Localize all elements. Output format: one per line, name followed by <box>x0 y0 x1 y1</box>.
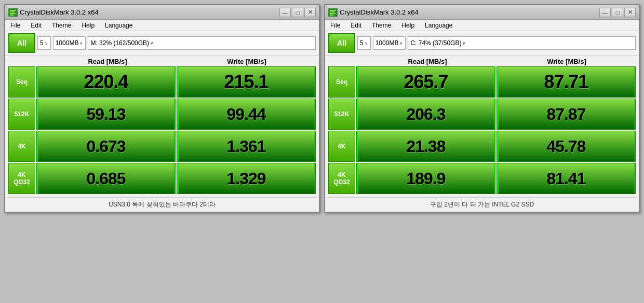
svg-rect-1 <box>10 10 16 11</box>
maximize-button-2[interactable]: □ <box>612 8 623 17</box>
all-button-1[interactable]: All <box>8 33 35 53</box>
minimize-button-1[interactable]: — <box>279 8 291 17</box>
4k-write-2: 45.78 <box>497 131 636 162</box>
seq-write-1: 215.1 <box>177 66 316 98</box>
menu-language-1[interactable]: Language <box>103 21 135 30</box>
4kqd32-write-1: 1.329 <box>177 163 316 194</box>
4k-read-1: 0.673 <box>36 131 176 162</box>
4k-row-1: 4K 0.673 1.361 <box>8 131 316 162</box>
menu-edit-1[interactable]: Edit <box>29 21 44 30</box>
count-select-1[interactable]: 5 ∨ <box>37 36 51 50</box>
menu-help-1[interactable]: Help <box>79 21 97 30</box>
status-bar-2: 구입 2년이 다 돼 가는 INTEL G2 SSD <box>325 197 639 212</box>
svg-rect-6 <box>330 10 336 11</box>
menu-theme-1[interactable]: Theme <box>50 21 73 30</box>
seq-row-1: Seq 220.4 215.1 <box>8 66 316 98</box>
seq-write-value-1: 215.1 <box>224 71 268 93</box>
512k-read-2: 206.3 <box>356 99 495 130</box>
4kqd32-read-1: 0.685 <box>36 163 176 194</box>
512k-label-2: 512K <box>328 99 355 130</box>
app-icon-1 <box>8 8 18 17</box>
svg-rect-3 <box>10 13 16 14</box>
title-bar-left-1: CrystalDiskMark 3.0.2 x64 <box>8 8 99 17</box>
read-header-1: Read [MB/s] <box>38 58 177 65</box>
512k-row-1: 512K 59.13 99.44 <box>8 99 316 130</box>
main-area-2: Read [MB/s] Write [MB/s] Seq 265.7 87.71… <box>325 56 639 197</box>
menu-file-2[interactable]: File <box>328 21 342 30</box>
drive-select-2[interactable]: C: 74% (37/50GB) ∨ <box>408 36 636 50</box>
write-header-2: Write [MB/s] <box>498 58 636 65</box>
512k-write-value-2: 87.87 <box>546 105 585 124</box>
512k-read-1: 59.13 <box>36 99 176 130</box>
menu-bar-1: File Edit Theme Help Language <box>5 20 319 31</box>
4k-label-1: 4K <box>8 131 35 162</box>
app-icon-2 <box>328 8 338 17</box>
4k-write-value-1: 1.361 <box>226 137 265 156</box>
write-header-1: Write [MB/s] <box>178 58 316 65</box>
toolbar-1: All 5 ∨ 1000MB ∨ M: 32% (162/500GB) ∨ <box>5 31 319 56</box>
status-bar-1: USN3.0 독에 꽂혀있는 바라쿠다 2테라 <box>5 197 319 212</box>
window-title-2: CrystalDiskMark 3.0.2 x64 <box>340 8 419 16</box>
menu-bar-2: File Edit Theme Help Language <box>325 20 639 31</box>
4kqd32-label-2: 4K QD32 <box>328 163 355 194</box>
svg-rect-4 <box>10 15 14 16</box>
close-button-1[interactable]: ✕ <box>304 8 316 17</box>
count-arrow-2: ∨ <box>365 40 368 46</box>
4kqd32-write-value-2: 81.41 <box>546 169 585 188</box>
maximize-button-1[interactable]: □ <box>292 8 303 17</box>
4k-row-2: 4K 21.38 45.78 <box>328 131 636 162</box>
menu-language-2[interactable]: Language <box>423 21 454 30</box>
size-arrow-2: ∨ <box>399 40 403 46</box>
512k-read-value-1: 59.13 <box>86 105 125 124</box>
512k-row-2: 512K 206.3 87.87 <box>328 99 636 130</box>
status-text-2: 구입 2년이 다 돼 가는 INTEL G2 SSD <box>430 200 534 209</box>
window-title-1: CrystalDiskMark 3.0.2 x64 <box>20 8 99 16</box>
minimize-button-2[interactable]: — <box>599 8 611 17</box>
drive-arrow-1: ∨ <box>150 40 154 46</box>
4k-read-value-1: 0.673 <box>86 137 125 156</box>
4kqd32-read-value-2: 189.9 <box>406 169 445 188</box>
4kqd32-read-value-1: 0.685 <box>86 169 125 188</box>
size-select-1[interactable]: 1000MB ∨ <box>53 36 86 50</box>
4kqd32-label-1: 4K QD32 <box>8 163 35 194</box>
4k-label-2: 4K <box>328 131 355 162</box>
menu-file-1[interactable]: File <box>8 21 22 30</box>
window-1: CrystalDiskMark 3.0.2 x64 — □ ✕ File Edi… <box>4 4 320 213</box>
seq-label-1: Seq <box>8 66 35 98</box>
4kqd32-read-2: 189.9 <box>356 163 495 194</box>
header-row-2: Read [MB/s] Write [MB/s] <box>328 58 636 65</box>
read-header-2: Read [MB/s] <box>358 58 497 65</box>
seq-read-2: 265.7 <box>356 66 495 98</box>
svg-rect-7 <box>330 11 334 12</box>
512k-read-value-2: 206.3 <box>406 105 445 124</box>
close-button-2[interactable]: ✕ <box>624 8 636 17</box>
drive-arrow-2: ∨ <box>462 40 466 46</box>
seq-write-2: 87.71 <box>497 66 636 98</box>
4k-write-value-2: 45.78 <box>546 137 585 156</box>
seq-read-1: 220.4 <box>36 66 176 98</box>
title-buttons-1: — □ ✕ <box>279 8 316 17</box>
size-arrow-1: ∨ <box>79 40 83 46</box>
4k-read-2: 21.38 <box>356 131 495 162</box>
header-row-1: Read [MB/s] Write [MB/s] <box>8 58 316 65</box>
drive-select-1[interactable]: M: 32% (162/500GB) ∨ <box>88 36 316 50</box>
menu-edit-2[interactable]: Edit <box>348 21 364 30</box>
menu-help-2[interactable]: Help <box>399 21 417 30</box>
size-select-2[interactable]: 1000MB ∨ <box>373 36 406 50</box>
512k-label-1: 512K <box>8 99 35 130</box>
4kqd32-write-2: 81.41 <box>497 163 636 194</box>
title-bar-left-2: CrystalDiskMark 3.0.2 x64 <box>328 8 419 17</box>
512k-write-value-1: 99.44 <box>226 105 265 124</box>
title-bar-2: CrystalDiskMark 3.0.2 x64 — □ ✕ <box>325 5 639 20</box>
4k-write-1: 1.361 <box>177 131 316 162</box>
menu-theme-2[interactable]: Theme <box>370 21 393 30</box>
seq-read-value-1: 220.4 <box>84 71 128 93</box>
seq-row-2: Seq 265.7 87.71 <box>328 66 636 98</box>
count-select-2[interactable]: 5 ∨ <box>357 36 371 50</box>
seq-write-value-2: 87.71 <box>544 71 588 93</box>
svg-rect-9 <box>330 15 333 16</box>
4k-read-value-2: 21.38 <box>406 137 445 156</box>
4kqd32-row-1: 4K QD32 0.685 1.329 <box>8 163 316 194</box>
window-2: CrystalDiskMark 3.0.2 x64 — □ ✕ File Edi… <box>324 4 640 213</box>
all-button-2[interactable]: All <box>328 33 355 53</box>
